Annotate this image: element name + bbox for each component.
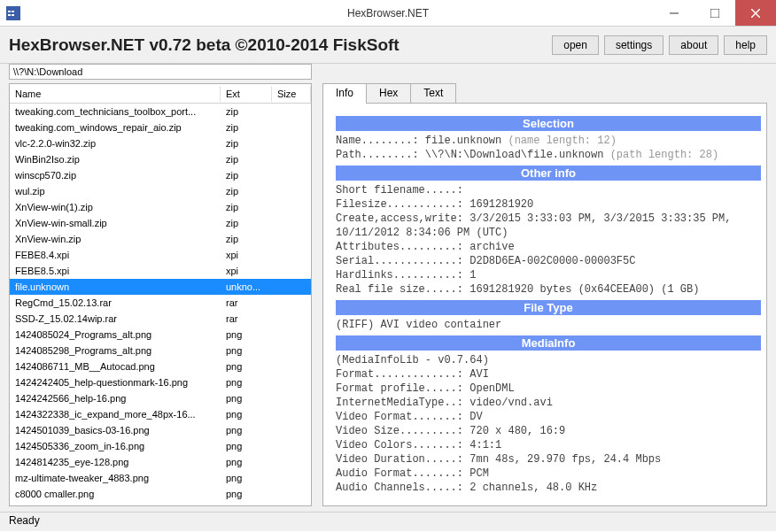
file-name: XnView-win.zip	[10, 234, 221, 244]
file-name: mz-ultimate-tweaker_4883.png	[10, 473, 221, 483]
window-controls	[654, 0, 776, 26]
file-ext: xpi	[221, 266, 272, 276]
filetype-desc: (RIFF) AVI video container	[336, 318, 761, 332]
file-ext: zip	[221, 170, 272, 181]
file-ext: png	[221, 457, 272, 467]
help-button[interactable]: help	[724, 35, 767, 55]
file-ext: zip	[221, 106, 272, 117]
file-name: SSD-Z_15.02.14wip.rar	[10, 313, 221, 324]
file-row[interactable]: winscp570.zipzip	[10, 167, 311, 183]
file-name: 1424242566_help-16.png	[10, 393, 221, 404]
file-row[interactable]: 1424085024_Programs_alt.pngpng	[10, 327, 311, 343]
file-ext: zip	[221, 202, 272, 212]
hardlinks: Hardlinks..........: 1	[336, 268, 761, 282]
tab-info[interactable]: Info	[322, 83, 367, 104]
file-row[interactable]: SSD-Z_15.02.14wip.rarrar	[10, 311, 311, 327]
maximize-button[interactable]	[695, 0, 735, 26]
pathbar	[0, 64, 776, 83]
file-ext: png	[221, 425, 272, 436]
file-row[interactable]: vlc-2.2.0-win32.zipzip	[10, 135, 311, 151]
file-ext: xpi	[221, 250, 272, 260]
file-ext: png	[221, 345, 272, 356]
timestamps-2: 10/11/2012 8:34:06 PM (UTC)	[336, 226, 761, 240]
mi-vcolors: Video Colors.......: 4:1:1	[336, 438, 761, 452]
svg-rect-0	[6, 6, 20, 20]
file-name: 1424085298_Programs_alt.png	[10, 345, 221, 356]
path-input[interactable]	[9, 64, 312, 80]
mi-achannels: Audio Channels.....: 2 channels, 48.0 KH…	[336, 481, 761, 495]
file-row[interactable]: wul.zipzip	[10, 183, 311, 199]
file-row[interactable]: tweaking.com_windows_repair_aio.zipzip	[10, 120, 311, 135]
open-button[interactable]: open	[552, 35, 599, 55]
short-filename: Short filename.....:	[336, 183, 761, 197]
close-button[interactable]	[735, 0, 776, 26]
app-icon	[5, 5, 21, 21]
file-row[interactable]: tweaking.com_technicians_toolbox_port...…	[10, 104, 311, 120]
file-ext: rar	[221, 297, 272, 308]
mi-vformat: Video Format.......: DV	[336, 410, 761, 424]
file-ext: zip	[221, 234, 272, 244]
file-row[interactable]: 1424505336_zoom_in-16.pngpng	[10, 438, 311, 454]
file-row[interactable]: mz-ultimate-tweaker_4883.pngpng	[10, 470, 311, 486]
about-button[interactable]: about	[669, 35, 718, 55]
file-ext: unkno...	[221, 281, 272, 292]
file-row[interactable]: 1424322338_ic_expand_more_48px-16...png	[10, 406, 311, 422]
section-mediainfo: MediaInfo	[336, 335, 761, 351]
file-name: winscp570.zip	[10, 170, 221, 181]
toolbar: HexBrowser.NET v0.72 beta ©2010-2014 Fis…	[0, 27, 776, 64]
file-ext: png	[221, 489, 272, 499]
attributes: Attributes.........: archive	[336, 240, 761, 254]
file-ext: png	[221, 473, 272, 483]
real-file-size: Real file size.....: 1691281920 bytes (0…	[336, 282, 761, 297]
file-panel: Name Ext Size tweaking.com_technicians_t…	[9, 83, 312, 506]
file-row[interactable]: 1424242405_help-questionmark-16.pngpng	[10, 374, 311, 390]
file-name: 1424086711_MB__Autocad.png	[10, 361, 221, 372]
file-ext: png	[221, 441, 272, 451]
svg-rect-1	[8, 11, 11, 12]
col-name-header[interactable]: Name	[10, 86, 221, 102]
mi-format: Format.............: AVI	[336, 367, 761, 382]
file-row[interactable]: c8000 cmaller.pngpng	[10, 486, 311, 502]
mi-profile: Format profile.....: OpenDML	[336, 382, 761, 396]
file-row[interactable]: file.unknownunkno...	[10, 279, 311, 295]
mi-aformat: Audio Format.......: PCM	[336, 466, 761, 481]
file-row[interactable]: RegCmd_15.02.13.rarrar	[10, 295, 311, 311]
file-row[interactable]: 1424086711_MB__Autocad.pngpng	[10, 359, 311, 374]
file-name: RegCmd_15.02.13.rar	[10, 297, 221, 308]
file-row[interactable]: WinBin2Iso.zipzip	[10, 151, 311, 167]
file-row[interactable]: 1424501039_basics-03-16.pngpng	[10, 422, 311, 438]
file-name: tweaking.com_windows_repair_aio.zip	[10, 122, 221, 133]
file-row[interactable]: XnView-win.zipzip	[10, 231, 311, 247]
file-row[interactable]: XnView-win-small.zipzip	[10, 215, 311, 231]
section-selection: Selection	[336, 116, 761, 131]
settings-button[interactable]: settings	[604, 35, 663, 55]
tab-hex[interactable]: Hex	[366, 83, 411, 104]
file-ext: zip	[221, 122, 272, 133]
timestamps: Create,access,write: 3/3/2015 3:33:03 PM…	[336, 212, 761, 226]
file-name: 1424814235_eye-128.png	[10, 457, 221, 467]
info-pane[interactable]: Selection Name........: file.unknown (na…	[322, 103, 767, 506]
tab-text[interactable]: Text	[410, 83, 456, 104]
file-row[interactable]: XnView-win(1).zipzip	[10, 199, 311, 215]
minimize-button[interactable]	[654, 0, 695, 26]
section-other: Other info	[336, 166, 761, 181]
serial: Serial.............: D2D8D6EA-002C0000-0…	[336, 254, 761, 268]
col-size-header[interactable]: Size	[272, 86, 311, 102]
filesize: Filesize...........: 1691281920	[336, 197, 761, 212]
file-row[interactable]: 1424242566_help-16.pngpng	[10, 390, 311, 406]
file-row[interactable]: 1424085298_Programs_alt.pngpng	[10, 343, 311, 359]
col-ext-header[interactable]: Ext	[221, 86, 272, 102]
titlebar: HexBrowser.NET	[0, 0, 776, 27]
file-row[interactable]: FEBE8.5.xpixpi	[10, 263, 311, 279]
svg-rect-2	[12, 11, 14, 12]
file-row[interactable]: FEBE8.4.xpixpi	[10, 247, 311, 263]
file-ext: rar	[221, 313, 272, 324]
file-name: WinBin2Iso.zip	[10, 154, 221, 165]
file-name: c8000 cmaller.png	[10, 489, 221, 499]
file-row[interactable]: 1424814235_eye-128.pngpng	[10, 454, 311, 470]
file-name: 1424242405_help-questionmark-16.png	[10, 377, 221, 388]
file-name: 1424505336_zoom_in-16.png	[10, 441, 221, 451]
file-ext: zip	[221, 186, 272, 197]
file-ext: png	[221, 393, 272, 404]
file-list[interactable]: tweaking.com_technicians_toolbox_port...…	[10, 104, 311, 505]
